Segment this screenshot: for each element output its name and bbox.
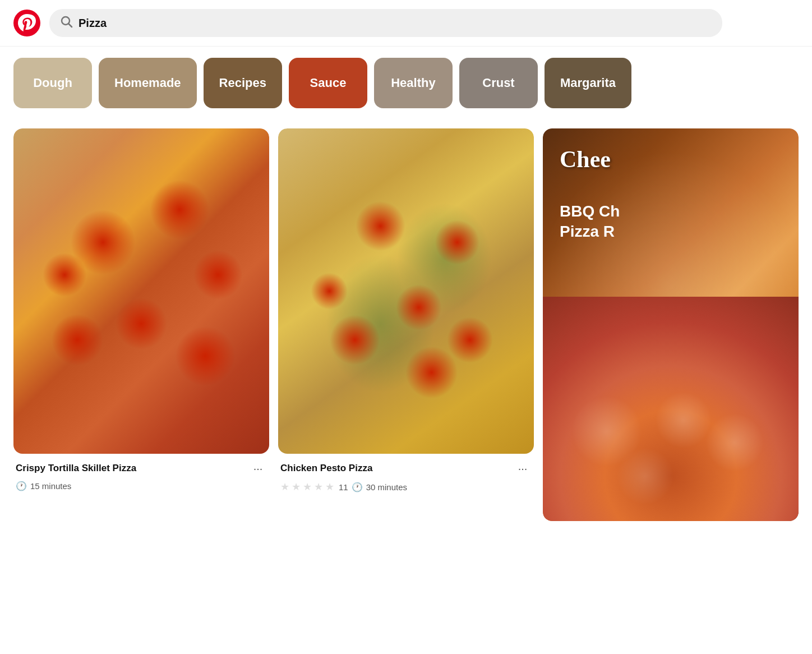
category-chips: DoughHomemadeRecipesSauceHealthyCrustMar…: [0, 47, 812, 119]
search-icon: [61, 16, 73, 30]
star-2: ★: [292, 481, 301, 493]
star-3: ★: [303, 481, 312, 493]
category-chip-label-crust: Crust: [482, 76, 514, 90]
category-chip-sauce[interactable]: Sauce: [289, 58, 367, 108]
svg-point-0: [13, 10, 40, 36]
category-chip-label-dough: Dough: [33, 76, 72, 90]
pin-time-2: 30 minutes: [366, 482, 407, 492]
pin-card-1[interactable]: Crispy Tortilla Skillet Pizza ··· 🕐 15 m…: [13, 128, 269, 494]
pin-time-1: 15 minutes: [30, 481, 71, 491]
category-chip-label-recipes: Recipes: [219, 76, 266, 90]
category-chip-label-sauce: Sauce: [310, 76, 347, 90]
pin-card-3[interactable]: Chee BBQ ChPizza R: [543, 128, 799, 521]
clock-icon-2: 🕐: [352, 482, 363, 492]
pin-more-button-2[interactable]: ···: [514, 459, 532, 477]
pin-card-2[interactable]: Chicken Pesto Pizza ··· ★ ★ ★ ★ ★ 11 🕐 3…: [278, 128, 534, 495]
pin-image-1: [13, 128, 269, 454]
column-3: Chee BBQ ChPizza R: [543, 128, 799, 521]
category-chip-healthy[interactable]: Healthy: [374, 58, 453, 108]
pin-image-2: [278, 128, 534, 454]
pin-info-2: Chicken Pesto Pizza ··· ★ ★ ★ ★ ★ 11 🕐 3…: [278, 454, 534, 495]
pin-overlay-subtitle-3: BBQ ChPizza R: [560, 201, 782, 242]
pin-image-bbq-rolls: [543, 297, 799, 521]
star-4: ★: [314, 481, 323, 493]
pinterest-logo[interactable]: [13, 10, 40, 36]
star-1: ★: [280, 481, 289, 493]
category-chip-crust[interactable]: Crust: [459, 58, 538, 108]
svg-line-2: [69, 24, 72, 27]
column-1: Crispy Tortilla Skillet Pizza ··· 🕐 15 m…: [13, 128, 269, 521]
search-input[interactable]: Pizza: [79, 17, 711, 30]
category-chip-margarita[interactable]: Margarita: [545, 58, 631, 108]
pin-image-3: Chee BBQ ChPizza R: [543, 128, 799, 521]
category-chip-label-homemade: Homemade: [114, 76, 181, 90]
pin-meta-1: 🕐 15 minutes: [16, 481, 267, 491]
category-chip-label-healthy: Healthy: [391, 76, 435, 90]
category-chip-homemade[interactable]: Homemade: [99, 58, 197, 108]
column-2: Chicken Pesto Pizza ··· ★ ★ ★ ★ ★ 11 🕐 3…: [278, 128, 534, 521]
clock-icon-1: 🕐: [16, 481, 27, 491]
pin-more-button-1[interactable]: ···: [249, 459, 267, 477]
pin-meta-2: ★ ★ ★ ★ ★ 11 🕐 30 minutes: [280, 481, 532, 493]
star-5: ★: [325, 481, 334, 493]
pin-info-1: Crispy Tortilla Skillet Pizza ··· 🕐 15 m…: [13, 454, 269, 494]
pin-title-1: Crispy Tortilla Skillet Pizza: [16, 463, 136, 474]
category-chip-recipes[interactable]: Recipes: [204, 58, 282, 108]
pin-overlay-text-3: Chee: [560, 145, 611, 173]
content-grid: Crispy Tortilla Skillet Pizza ··· 🕐 15 m…: [0, 119, 812, 530]
header: Pizza: [0, 0, 812, 47]
pin-stars-2: ★ ★ ★ ★ ★ 11: [280, 481, 348, 493]
category-chip-dough[interactable]: Dough: [13, 58, 92, 108]
review-count-2: 11: [339, 482, 348, 492]
search-bar[interactable]: Pizza: [49, 9, 722, 37]
pin-title-2: Chicken Pesto Pizza: [280, 463, 372, 474]
category-chip-label-margarita: Margarita: [560, 76, 616, 90]
